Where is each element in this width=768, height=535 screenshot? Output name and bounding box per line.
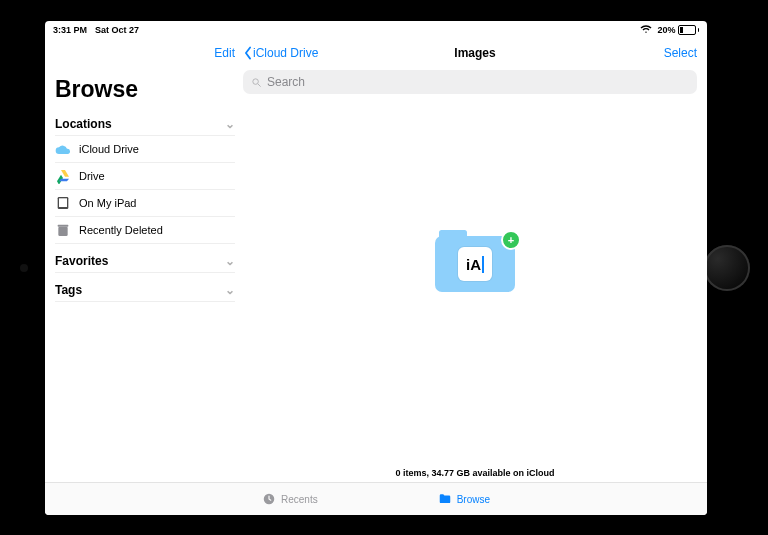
status-bar: 3:31 PM Sat Oct 27 20% <box>45 21 707 38</box>
home-button[interactable] <box>704 245 750 291</box>
app-icon-ia: iA <box>458 247 492 281</box>
sidebar-item-label: Drive <box>79 170 105 182</box>
section-locations[interactable]: Locations ⌄ <box>55 113 235 136</box>
status-date: Sat Oct 27 <box>95 25 139 35</box>
nav-header: Edit iCloud Drive Images Select <box>45 38 707 68</box>
sidebar-item-drive[interactable]: Drive <box>55 163 235 190</box>
svg-rect-3 <box>58 225 69 227</box>
section-tags[interactable]: Tags ⌄ <box>55 279 235 302</box>
section-locations-label: Locations <box>55 117 112 131</box>
sidebar-item-label: Recently Deleted <box>79 224 163 236</box>
search-placeholder: Search <box>267 75 305 89</box>
tab-bar: Recents Browse <box>45 482 707 515</box>
svg-point-4 <box>253 78 259 84</box>
section-favorites[interactable]: Favorites ⌄ <box>55 250 235 273</box>
content-stage[interactable]: + iA <box>243 94 707 464</box>
section-tags-label: Tags <box>55 283 82 297</box>
edit-button[interactable]: Edit <box>214 46 235 60</box>
select-button[interactable]: Select <box>664 46 707 60</box>
battery-pct: 20% <box>657 25 675 35</box>
chevron-down-icon: ⌄ <box>225 117 235 131</box>
svg-rect-1 <box>59 198 67 207</box>
chevron-down-icon: ⌄ <box>225 283 235 297</box>
icloud-icon <box>55 141 71 157</box>
sidebar-item-icloud[interactable]: iCloud Drive <box>55 136 235 163</box>
wifi-icon <box>640 25 652 36</box>
svg-line-5 <box>258 83 261 86</box>
folder-name-text: iA <box>466 256 484 273</box>
main-panel: Search + iA 0 items, 34.77 GB available <box>243 68 707 482</box>
battery-indicator: 20% <box>657 25 699 35</box>
status-time: 3:31 PM <box>53 25 87 35</box>
sidebar-item-onmyipad[interactable]: On My iPad <box>55 190 235 217</box>
search-icon <box>251 77 262 88</box>
search-input[interactable]: Search <box>243 70 697 94</box>
back-label: iCloud Drive <box>253 46 318 60</box>
ipad-device: 3:31 PM Sat Oct 27 20% Edit iCloud Drive <box>0 0 768 535</box>
tab-recents-label: Recents <box>281 494 318 505</box>
sidebar-item-label: On My iPad <box>79 197 136 209</box>
sidebar-item-label: iCloud Drive <box>79 143 139 155</box>
tab-recents[interactable]: Recents <box>262 492 318 506</box>
storage-info: 0 items, 34.77 GB available on iCloud <box>243 464 707 482</box>
screen: 3:31 PM Sat Oct 27 20% Edit iCloud Drive <box>45 21 707 515</box>
dragged-folder[interactable]: + iA <box>435 236 515 292</box>
back-button[interactable]: iCloud Drive <box>243 46 318 60</box>
svg-rect-2 <box>58 227 67 236</box>
trash-icon <box>55 222 71 238</box>
sidebar-title: Browse <box>55 76 235 103</box>
tab-browse[interactable]: Browse <box>438 492 490 506</box>
chevron-left-icon <box>243 46 253 60</box>
clock-icon <box>262 492 276 506</box>
tab-browse-label: Browse <box>457 494 490 505</box>
section-favorites-label: Favorites <box>55 254 108 268</box>
plus-badge-icon: + <box>501 230 521 250</box>
camera-dot <box>20 264 28 272</box>
ipad-icon <box>55 195 71 211</box>
folder-icon <box>438 492 452 506</box>
chevron-down-icon: ⌄ <box>225 254 235 268</box>
sidebar-item-recentlydeleted[interactable]: Recently Deleted <box>55 217 235 244</box>
gdrive-icon <box>55 168 71 184</box>
sidebar: Browse Locations ⌄ iCloud Drive Drive On… <box>45 68 243 482</box>
